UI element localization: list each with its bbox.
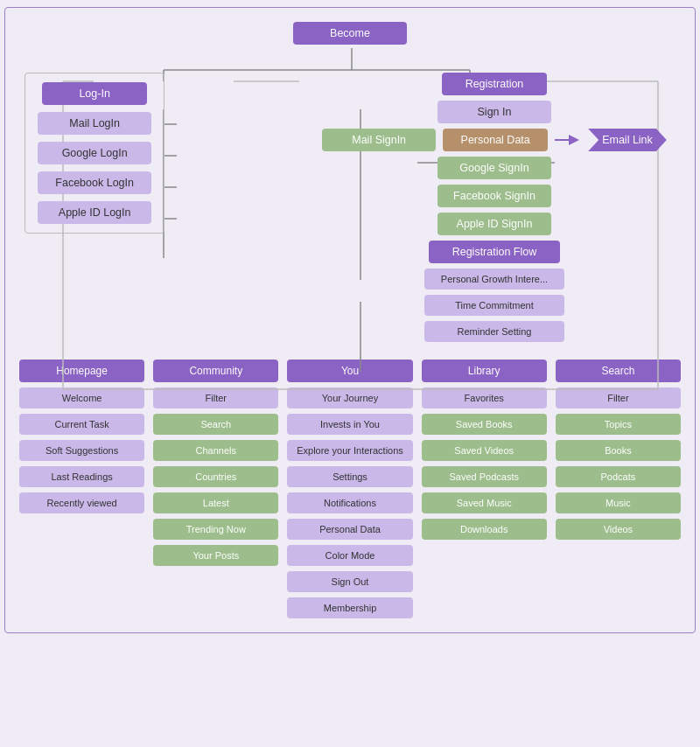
login-apple[interactable]: Apple ID LogIn bbox=[38, 201, 151, 224]
diagram-container: Become bbox=[4, 7, 696, 633]
col-1-item-3[interactable]: Countries bbox=[153, 466, 278, 487]
col-1-item-2[interactable]: Channels bbox=[153, 440, 278, 461]
col-1-item-0[interactable]: Filter bbox=[153, 387, 278, 408]
login-google[interactable]: Google LogIn bbox=[38, 142, 151, 164]
col-3-item-3[interactable]: Saved Podcasts bbox=[422, 466, 547, 487]
login-header: Log-In bbox=[42, 82, 147, 105]
col-0-item-4[interactable]: Recently viewed bbox=[19, 492, 144, 513]
col-2-item-4[interactable]: Notifications bbox=[287, 492, 412, 513]
reg-time-commitment[interactable]: Time Commitment bbox=[424, 295, 564, 316]
reg-reminder-setting[interactable]: Reminder Setting bbox=[424, 321, 564, 342]
reg-facebook-signin[interactable]: Facebook SignIn bbox=[438, 185, 551, 207]
col-2-item-3[interactable]: Settings bbox=[287, 466, 412, 487]
col-header-2: You bbox=[287, 360, 412, 382]
personal-data-box[interactable]: Personal Data bbox=[443, 129, 548, 151]
login-mail[interactable]: Mail LogIn bbox=[38, 112, 151, 135]
col-3-item-4[interactable]: Saved Music bbox=[422, 492, 547, 513]
col-4-item-5[interactable]: Videos bbox=[556, 519, 681, 540]
col-4-item-1[interactable]: Topics bbox=[556, 414, 681, 435]
col-1-item-6[interactable]: Your Posts bbox=[153, 545, 278, 566]
col-2-item-0[interactable]: Your Journey bbox=[287, 387, 412, 408]
col-header-3: Library bbox=[422, 360, 547, 382]
col-4-item-4[interactable]: Music bbox=[556, 492, 681, 513]
col-2-item-1[interactable]: Invests in You bbox=[287, 414, 412, 435]
bottom-section: HomepageWelcomeCurrent TaskSoft Suggesti… bbox=[19, 360, 681, 618]
nav-col-you: YouYour JourneyInvests in YouExplore you… bbox=[287, 360, 412, 618]
col-4-item-3[interactable]: Podcats bbox=[556, 466, 681, 487]
col-4-item-2[interactable]: Books bbox=[556, 440, 681, 461]
col-1-item-4[interactable]: Latest bbox=[153, 492, 278, 513]
reg-header: Registration bbox=[442, 73, 547, 95]
col-2-item-2[interactable]: Explore your Interactions bbox=[287, 440, 412, 461]
top-section: Become bbox=[19, 22, 681, 342]
nav-col-search: SearchFilterTopicsBooksPodcatsMusicVideo… bbox=[556, 360, 681, 540]
col-header-0: Homepage bbox=[19, 360, 144, 382]
col-3-item-5[interactable]: Downloads bbox=[422, 519, 547, 540]
reg-mail-signin[interactable]: Mail SignIn bbox=[322, 129, 436, 151]
arrow-svg bbox=[555, 131, 581, 149]
col-1-item-5[interactable]: Trending Now bbox=[153, 519, 278, 540]
reg-google-signin[interactable]: Google SignIn bbox=[438, 157, 551, 179]
col-0-item-2[interactable]: Soft Suggestions bbox=[19, 440, 144, 461]
col-0-item-1[interactable]: Current Task bbox=[19, 414, 144, 435]
login-facebook[interactable]: Facebook LogIn bbox=[38, 171, 151, 194]
col-3-item-1[interactable]: Saved Books bbox=[422, 414, 547, 435]
become-button[interactable]: Become bbox=[293, 22, 407, 45]
reg-flow-box: Registration Flow bbox=[429, 241, 560, 263]
reg-apple-signin[interactable]: Apple ID SignIn bbox=[438, 213, 551, 235]
col-3-item-2[interactable]: Saved Videos bbox=[422, 440, 547, 461]
col-1-item-1[interactable]: Search bbox=[153, 414, 278, 435]
col-2-item-5[interactable]: Personal Data bbox=[287, 519, 412, 540]
reg-personal-growth[interactable]: Personal Growth Intere... bbox=[424, 269, 564, 290]
nav-col-homepage: HomepageWelcomeCurrent TaskSoft Suggesti… bbox=[19, 360, 144, 513]
col-0-item-3[interactable]: Last Readings bbox=[19, 466, 144, 487]
nav-col-community: CommunityFilterSearchChannelsCountriesLa… bbox=[153, 360, 278, 566]
email-link-box[interactable]: Email Link bbox=[588, 129, 667, 151]
col-2-item-7[interactable]: Sign Out bbox=[287, 571, 412, 592]
col-4-item-0[interactable]: Filter bbox=[556, 387, 681, 408]
col-3-item-0[interactable]: Favorites bbox=[422, 387, 547, 408]
col-header-4: Search bbox=[556, 360, 681, 382]
reg-signin[interactable]: Sign In bbox=[438, 101, 551, 123]
col-2-item-6[interactable]: Color Mode bbox=[287, 545, 412, 566]
col-2-item-8[interactable]: Membership bbox=[287, 597, 412, 618]
nav-col-library: LibraryFavoritesSaved BooksSaved VideosS… bbox=[422, 360, 547, 540]
col-0-item-0[interactable]: Welcome bbox=[19, 387, 144, 408]
col-header-1: Community bbox=[153, 360, 278, 382]
